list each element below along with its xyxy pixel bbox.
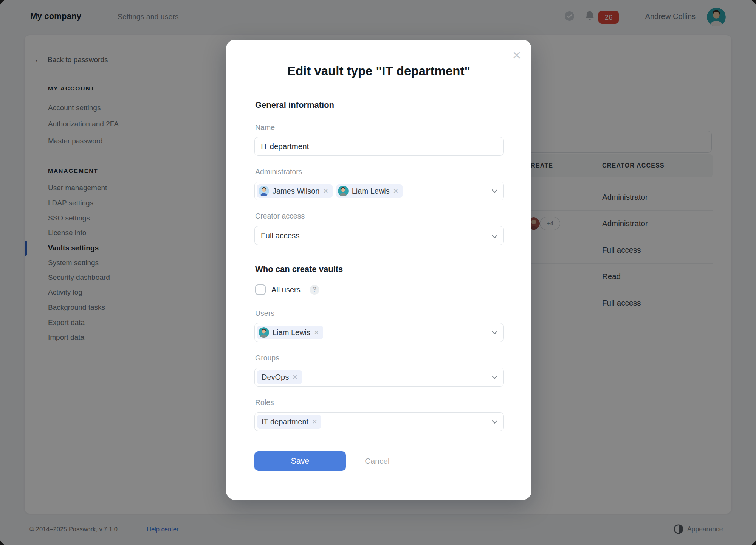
chevron-down-icon[interactable] bbox=[492, 231, 497, 240]
app-window: My company Settings and users 26 Andrew … bbox=[0, 0, 756, 545]
chip-label: James Wilson bbox=[273, 187, 319, 196]
help-icon[interactable]: ? bbox=[310, 285, 319, 295]
groups-field[interactable]: DevOps ✕ bbox=[254, 368, 504, 387]
remove-chip-icon[interactable]: ✕ bbox=[393, 187, 398, 195]
save-button[interactable]: Save bbox=[254, 451, 346, 471]
admin-chip: Liam Lewis ✕ bbox=[336, 184, 403, 198]
chip-label: Liam Lewis bbox=[273, 328, 310, 337]
liam-lewis-avatar bbox=[338, 186, 349, 196]
admin-chip: James Wilson ✕ bbox=[257, 184, 333, 198]
creator-access-value: Full access bbox=[261, 231, 300, 240]
liam-lewis-avatar bbox=[259, 327, 269, 338]
chip-label: Liam Lewis bbox=[352, 187, 390, 196]
cancel-button[interactable]: Cancel bbox=[355, 451, 400, 471]
all-users-label[interactable]: All users bbox=[271, 285, 301, 295]
name-input[interactable] bbox=[254, 137, 504, 156]
administrators-field[interactable]: James Wilson ✕ Liam Lewis ✕ bbox=[254, 182, 504, 200]
chip-label: DevOps bbox=[262, 373, 289, 382]
remove-chip-icon[interactable]: ✕ bbox=[323, 187, 328, 195]
name-label: Name bbox=[255, 123, 275, 132]
roles-field[interactable]: IT department ✕ bbox=[254, 412, 504, 431]
general-information-heading: General information bbox=[255, 100, 334, 110]
chevron-down-icon[interactable] bbox=[492, 418, 497, 425]
who-can-create-heading: Who can create vaults bbox=[255, 264, 343, 274]
chevron-down-icon[interactable] bbox=[492, 329, 497, 336]
remove-chip-icon[interactable]: ✕ bbox=[312, 418, 317, 426]
dialog-title: Edit vault type "IT department" bbox=[226, 64, 531, 78]
users-field[interactable]: Liam Lewis ✕ bbox=[254, 323, 504, 342]
edit-vault-type-dialog: ✕ Edit vault type "IT department" Genera… bbox=[226, 40, 531, 500]
creator-access-select[interactable]: Full access bbox=[254, 226, 504, 245]
close-icon[interactable]: ✕ bbox=[510, 49, 523, 62]
chip-label: IT department bbox=[262, 418, 308, 426]
users-label: Users bbox=[255, 308, 274, 318]
administrators-label: Administrators bbox=[255, 167, 302, 177]
remove-chip-icon[interactable]: ✕ bbox=[314, 329, 319, 337]
role-chip: IT department ✕ bbox=[257, 415, 321, 429]
group-chip: DevOps ✕ bbox=[257, 370, 302, 384]
all-users-checkbox[interactable] bbox=[255, 284, 266, 295]
remove-chip-icon[interactable]: ✕ bbox=[292, 373, 297, 381]
user-chip: Liam Lewis ✕ bbox=[257, 326, 323, 339]
chevron-down-icon[interactable] bbox=[492, 374, 497, 380]
james-wilson-avatar bbox=[259, 186, 269, 196]
roles-label: Roles bbox=[255, 397, 274, 407]
chevron-down-icon[interactable] bbox=[492, 188, 497, 194]
groups-label: Groups bbox=[255, 353, 279, 363]
creator-access-label: Creator access bbox=[255, 211, 305, 221]
